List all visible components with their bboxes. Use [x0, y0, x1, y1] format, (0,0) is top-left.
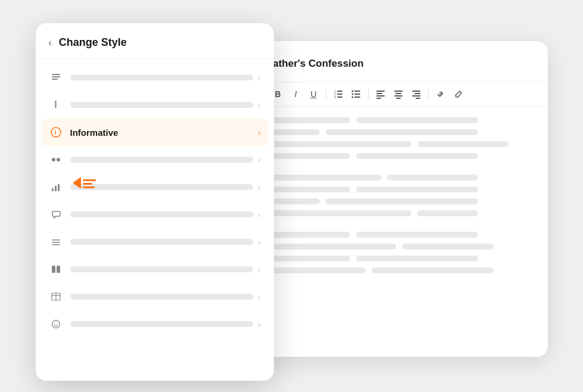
style-list: › I › i Informative ›: [36, 59, 274, 375]
skeleton-line: [326, 198, 478, 204]
toolbar-separator-2: [326, 89, 326, 99]
skeleton-line: [417, 141, 509, 147]
svg-rect-32: [55, 186, 57, 191]
style-item-text[interactable]: ›: [36, 64, 274, 91]
style-item-placeholder: [70, 266, 254, 272]
cursor-indicator: [73, 177, 81, 191]
style-item-placeholder: [70, 321, 254, 327]
style-item-placeholder: [70, 239, 254, 245]
columns-icon: [49, 262, 63, 276]
main-scene: A Father's Confession ↩ ↪ B I U 123: [36, 23, 548, 369]
align-left-icon[interactable]: [373, 87, 388, 101]
svg-rect-17: [395, 93, 401, 94]
info-icon: i: [49, 125, 63, 139]
content-row-3: [229, 141, 534, 147]
unordered-list-icon[interactable]: [349, 87, 363, 101]
svg-text:3: 3: [334, 95, 336, 99]
svg-point-44: [52, 321, 60, 328]
svg-rect-12: [376, 91, 385, 92]
content-row-8: [229, 210, 534, 216]
content-row-2: [229, 129, 534, 135]
svg-rect-15: [376, 98, 381, 99]
align-center-icon[interactable]: [391, 87, 406, 101]
svg-point-46: [57, 323, 58, 324]
skeleton-line: [417, 210, 478, 216]
style-item-columns[interactable]: ›: [36, 256, 274, 283]
italic-icon[interactable]: I: [289, 87, 303, 101]
svg-point-10: [351, 97, 353, 98]
skeleton-line: [356, 153, 478, 159]
chevron-right-icon: ›: [258, 183, 260, 192]
svg-rect-20: [412, 91, 420, 92]
svg-point-29: [52, 158, 55, 161]
content-row-4: [229, 153, 534, 159]
eraser-icon[interactable]: [451, 87, 466, 101]
style-item-placeholder: [70, 74, 254, 80]
skeleton-line: [356, 256, 478, 262]
svg-rect-2: [337, 97, 342, 98]
skeleton-line: [387, 175, 479, 181]
callout-icon: [49, 207, 63, 222]
underline-icon[interactable]: U: [307, 87, 321, 101]
svg-rect-13: [376, 93, 382, 94]
style-item-emoji[interactable]: ›: [36, 310, 274, 338]
svg-rect-26: [52, 79, 58, 80]
content-row-11: [229, 256, 534, 262]
style-item-chart[interactable]: ›: [36, 173, 274, 201]
toolbar-separator-4: [428, 89, 429, 99]
svg-rect-1: [337, 94, 342, 95]
svg-rect-34: [52, 239, 60, 241]
svg-point-8: [351, 94, 353, 95]
style-panel-title: Change Style: [59, 36, 127, 49]
svg-rect-0: [337, 91, 342, 92]
svg-rect-40: [58, 267, 59, 272]
chevron-right-icon: ›: [258, 73, 260, 82]
svg-rect-39: [54, 267, 54, 272]
editor-title: A Father's Confession: [257, 58, 534, 70]
skeleton-line: [356, 186, 478, 192]
content-row-6: [229, 186, 534, 192]
svg-rect-19: [396, 98, 401, 99]
content-row-10: [229, 244, 534, 250]
svg-rect-35: [52, 242, 60, 243]
content-row-5: [229, 175, 534, 181]
table-icon: [49, 290, 63, 304]
align-right-icon[interactable]: [409, 87, 423, 101]
style-item-quote[interactable]: ›: [36, 146, 274, 173]
chart-icon: [49, 180, 63, 194]
style-item-informative[interactable]: i Informative ›: [42, 119, 268, 146]
svg-rect-36: [52, 244, 60, 245]
chevron-right-icon: ›: [258, 155, 260, 164]
svg-point-45: [54, 323, 55, 324]
svg-rect-14: [376, 95, 385, 97]
style-item-informative-label: Informative: [70, 127, 254, 138]
link-icon[interactable]: [434, 87, 448, 101]
skeleton-line: [402, 244, 494, 250]
text-block-icon: [49, 70, 63, 85]
toolbar-separator-3: [368, 89, 369, 99]
style-item-placeholder: [70, 211, 254, 217]
svg-rect-11: [354, 97, 360, 98]
style-item-heading[interactable]: I ›: [36, 91, 274, 119]
chevron-right-icon: ›: [258, 238, 260, 247]
style-item-divider[interactable]: ›: [36, 228, 274, 256]
svg-rect-25: [52, 76, 60, 77]
style-item-callout[interactable]: ›: [36, 201, 274, 228]
style-item-placeholder: [70, 294, 254, 300]
skeleton-line: [326, 129, 478, 135]
divider-icon: [49, 235, 63, 249]
svg-point-30: [57, 158, 60, 161]
chevron-right-icon: ›: [258, 210, 260, 219]
skeleton-line: [356, 117, 478, 123]
chevron-right-icon: ›: [258, 265, 260, 274]
svg-rect-23: [416, 98, 420, 99]
ordered-list-icon[interactable]: 123: [331, 87, 345, 101]
skeleton-line: [372, 267, 494, 273]
style-item-placeholder: [70, 184, 254, 190]
chevron-right-icon: ›: [258, 101, 260, 110]
content-row-7: [229, 198, 534, 204]
content-row-9: [229, 232, 534, 238]
back-button[interactable]: ‹: [49, 38, 52, 48]
svg-rect-16: [394, 91, 403, 92]
style-item-table[interactable]: ›: [36, 283, 274, 310]
